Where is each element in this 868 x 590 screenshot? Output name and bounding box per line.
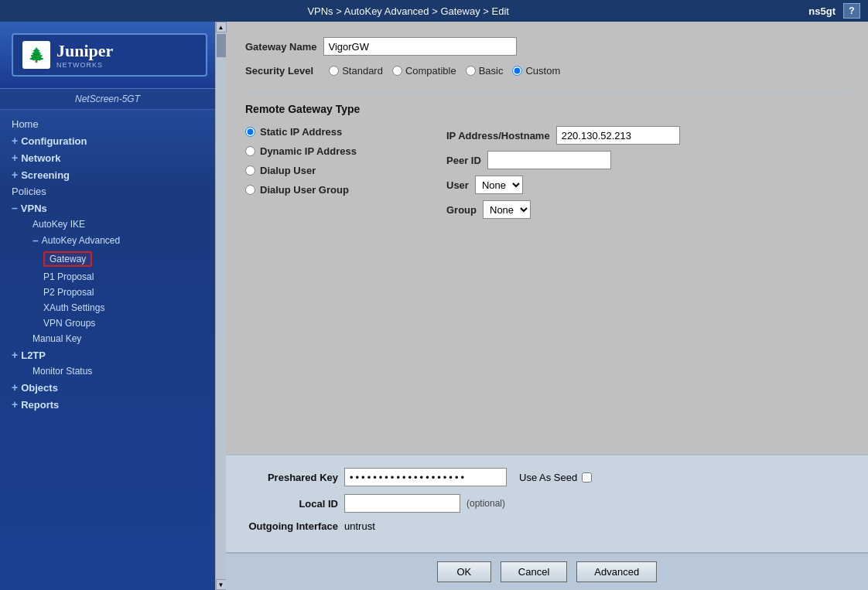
security-standard-label: Standard <box>342 65 383 77</box>
user-label: User <box>446 179 469 191</box>
sidebar-item-reports[interactable]: + Reports <box>0 396 215 413</box>
ok-button[interactable]: OK <box>437 561 491 582</box>
gateway-name-label: Gateway Name <box>245 41 317 53</box>
logo-area: 🌲 Juniper NETWORKS <box>0 22 215 89</box>
sidebar-item-xauth-settings[interactable]: XAuth Settings <box>0 300 215 315</box>
hostname: ns5gt <box>808 5 836 17</box>
remote-gateway-title: Remote Gateway Type <box>245 103 849 115</box>
use-as-seed-checkbox[interactable] <box>582 472 592 483</box>
ip-hostname-input[interactable] <box>556 126 680 145</box>
peer-id-label: Peer ID <box>446 155 481 166</box>
help-button[interactable]: ? <box>843 3 860 19</box>
logo-text: Juniper <box>56 41 113 61</box>
sidebar-item-objects[interactable]: + Objects <box>0 379 215 396</box>
sidebar-item-l2tp[interactable]: + L2TP <box>0 346 215 363</box>
dynamic-ip-option: Dynamic IP Address <box>245 145 415 157</box>
security-basic-radio[interactable] <box>466 66 476 76</box>
peer-id-row: Peer ID <box>446 151 680 169</box>
remote-gateway-layout: Static IP Address Dynamic IP Address Dia… <box>245 126 849 219</box>
outgoing-interface-label: Outgoing Interface <box>245 520 338 532</box>
gateway-right-fields: IP Address/Hostname Peer ID User <box>446 126 680 219</box>
sidebar-scrollbar[interactable]: ▲ ▼ <box>215 22 226 590</box>
local-id-input[interactable] <box>344 494 460 513</box>
local-id-row: Local ID (optional) <box>245 494 849 513</box>
section-divider <box>245 90 849 92</box>
bottom-section: Preshared Key Use As Seed Local ID (opti… <box>226 454 868 552</box>
gateway-label: Gateway <box>43 251 92 267</box>
sidebar: 🌲 Juniper NETWORKS NetScreen-5GT Home + … <box>0 22 215 590</box>
dialup-group-radio[interactable] <box>245 185 255 195</box>
dynamic-ip-label: Dynamic IP Address <box>260 145 357 157</box>
sidebar-item-policies[interactable]: Policies <box>0 183 215 200</box>
group-select[interactable]: None <box>483 200 531 219</box>
sidebar-item-home[interactable]: Home <box>0 116 215 132</box>
security-standard: Standard <box>329 65 383 77</box>
security-compatible-label: Compatible <box>405 65 456 77</box>
user-select[interactable]: None <box>475 176 523 194</box>
local-id-label: Local ID <box>245 498 338 510</box>
sidebar-item-configuration[interactable]: + Configuration <box>0 132 215 149</box>
sidebar-item-network[interactable]: + Network <box>0 149 215 166</box>
scroll-track <box>216 32 226 579</box>
security-basic: Basic <box>466 65 504 77</box>
scroll-up-button[interactable]: ▲ <box>216 22 227 32</box>
security-compatible-radio[interactable] <box>392 66 402 76</box>
scroll-down-button[interactable]: ▼ <box>216 579 227 590</box>
static-ip-label: Static IP Address <box>260 126 342 138</box>
plus-icon: + <box>12 381 18 394</box>
dialup-user-radio[interactable] <box>245 165 255 176</box>
security-custom-radio[interactable] <box>512 66 522 76</box>
sidebar-item-p1-proposal[interactable]: P1 Proposal <box>0 269 215 285</box>
static-ip-option: Static IP Address <box>245 126 415 138</box>
nav-area: Home + Configuration + Network + Screeni… <box>0 110 215 419</box>
sidebar-item-autokey-ike[interactable]: AutoKey IKE <box>0 217 215 232</box>
main-content: Gateway Name Security Level Standard Com… <box>226 22 868 590</box>
juniper-logo-icon: 🌲 <box>22 41 50 69</box>
dialup-group-label: Dialup User Group <box>260 184 349 196</box>
ip-hostname-label: IP Address/Hostname <box>446 130 550 142</box>
sidebar-item-manual-key[interactable]: Manual Key <box>0 331 215 346</box>
advanced-button[interactable]: Advanced <box>576 561 657 582</box>
scroll-thumb[interactable] <box>217 34 226 57</box>
device-name: NetScreen-5GT <box>0 89 215 110</box>
dialup-user-option: Dialup User <box>245 165 415 176</box>
content-inner: Gateway Name Security Level Standard Com… <box>226 22 868 454</box>
user-row: User None <box>446 176 680 194</box>
group-row: Group None <box>446 200 680 219</box>
minus-icon: – <box>12 202 18 214</box>
sidebar-item-vpn-groups[interactable]: VPN Groups <box>0 315 215 331</box>
breadcrumb: VPNs > AutoKey Advanced > Gateway > Edit <box>8 5 808 17</box>
use-as-seed-label: Use As Seed <box>519 472 577 483</box>
plus-icon: + <box>12 135 18 147</box>
gateway-name-input[interactable] <box>323 37 517 56</box>
outgoing-interface-value: untrust <box>344 520 375 532</box>
security-level-label: Security Level <box>245 65 313 77</box>
sidebar-item-autokey-advanced[interactable]: – AutoKey Advanced <box>0 232 215 249</box>
sidebar-item-gateway[interactable]: Gateway <box>0 249 215 269</box>
button-row: OK Cancel Advanced <box>226 552 868 590</box>
preshared-key-input[interactable] <box>344 468 507 486</box>
static-ip-radio[interactable] <box>245 127 255 137</box>
security-custom-label: Custom <box>525 65 560 77</box>
plus-icon: + <box>12 169 18 181</box>
sidebar-item-screening[interactable]: + Screening <box>0 166 215 183</box>
logo-sub: NETWORKS <box>56 61 113 69</box>
security-level-row: Security Level Standard Compatible Basic <box>245 65 849 77</box>
sidebar-item-p2-proposal[interactable]: P2 Proposal <box>0 285 215 300</box>
plus-icon: + <box>12 398 18 411</box>
top-bar: VPNs > AutoKey Advanced > Gateway > Edit… <box>0 0 868 22</box>
content-wrapper: ▲ ▼ Gateway Name Security Level St <box>215 22 868 590</box>
dialup-user-label: Dialup User <box>260 165 316 176</box>
ip-hostname-row: IP Address/Hostname <box>446 126 680 145</box>
cancel-button[interactable]: Cancel <box>501 561 567 582</box>
plus-icon: + <box>12 152 18 164</box>
peer-id-input[interactable] <box>487 151 611 169</box>
sidebar-item-vpns[interactable]: – VPNs <box>0 200 215 217</box>
dynamic-ip-radio[interactable] <box>245 146 255 156</box>
sidebar-item-monitor-status[interactable]: Monitor Status <box>0 363 215 379</box>
group-label: Group <box>446 204 477 216</box>
plus-icon: + <box>12 349 18 361</box>
security-standard-radio[interactable] <box>329 66 339 76</box>
security-compatible: Compatible <box>392 65 456 77</box>
use-as-seed-row: Use As Seed <box>519 472 592 483</box>
